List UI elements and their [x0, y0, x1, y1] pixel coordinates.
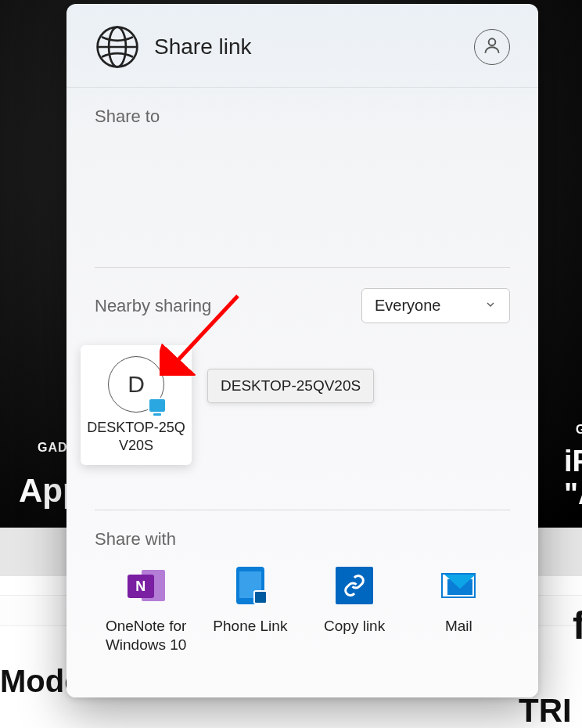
nearby-sharing-label: Nearby sharing [95, 296, 211, 316]
share-with-section: Share with N OneNote for Windows 10 Phon… [95, 529, 510, 654]
person-icon [482, 35, 502, 59]
nearby-device-card[interactable]: D DESKTOP-25Q V20S [81, 345, 192, 465]
dialog-header: Share link [66, 4, 538, 88]
nearby-sharing-dropdown[interactable]: Everyone [361, 288, 510, 323]
device-avatar: D [108, 356, 164, 413]
onenote-icon: N [128, 567, 165, 604]
chevron-down-icon [484, 297, 497, 315]
dropdown-value: Everyone [375, 297, 441, 315]
onenote-letter: N [135, 578, 146, 595]
dialog-body: Share to Nearby sharing Everyone D DESKT… [66, 88, 538, 695]
app-phone-link[interactable]: Phone Link [199, 567, 301, 654]
phone-link-icon [232, 567, 269, 604]
app-mail[interactable]: Mail [408, 567, 510, 654]
mail-icon [440, 567, 477, 604]
nearby-devices-zone: D DESKTOP-25Q V20S DESKTOP-25QV20S [95, 345, 510, 510]
bg-text-ip-right: iP [564, 445, 582, 478]
dialog-header-left: Share link [95, 24, 252, 70]
dialog-title: Share link [154, 34, 252, 59]
app-onenote-label-2: Windows 10 [95, 636, 197, 654]
svg-point-3 [489, 38, 496, 45]
device-name-line1: DESKTOP-25Q [85, 419, 187, 437]
app-mail-label: Mail [408, 617, 510, 636]
profile-button[interactable] [474, 29, 510, 65]
app-copy-link-label: Copy link [304, 617, 406, 636]
bg-text-quote-right: "A [564, 478, 582, 511]
app-onenote-label-1: OneNote for [95, 617, 197, 636]
device-name-line2: V20S [85, 437, 187, 455]
share-with-label: Share with [95, 529, 510, 550]
share-to-area [95, 127, 510, 268]
app-onenote[interactable]: N OneNote for Windows 10 [95, 567, 197, 654]
device-avatar-letter: D [128, 371, 145, 398]
copy-link-icon [336, 567, 373, 604]
device-tooltip: DESKTOP-25QV20S [207, 369, 374, 403]
nearby-sharing-row: Nearby sharing Everyone [95, 288, 510, 323]
share-to-label: Share to [95, 106, 510, 127]
bg-text-f: f [573, 603, 582, 648]
globe-icon [95, 24, 140, 70]
bg-text-gadget-right: G [576, 423, 582, 437]
app-copy-link[interactable]: Copy link [304, 567, 406, 654]
app-phone-link-label: Phone Link [199, 617, 301, 636]
monitor-icon [148, 398, 167, 413]
share-dialog: Share link Share to Nearby sharing Every… [66, 4, 538, 697]
bg-text-gadget-left: GAD [38, 441, 68, 455]
share-with-apps: N OneNote for Windows 10 Phone Link [95, 567, 510, 654]
